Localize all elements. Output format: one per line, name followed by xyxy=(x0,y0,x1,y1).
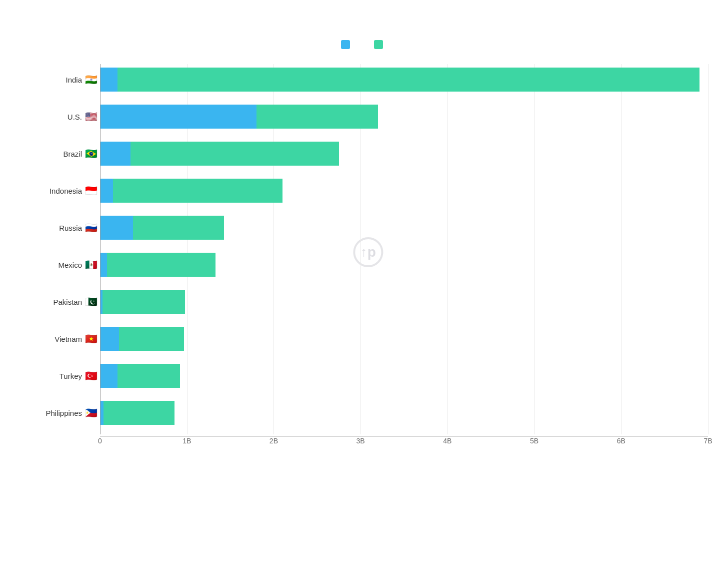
x-tick-label: 3B xyxy=(356,437,365,445)
bar-google-play-segment xyxy=(113,179,282,203)
bar-google-play-segment xyxy=(118,68,700,92)
bars-container xyxy=(100,142,708,166)
country-flag: 🇷🇺 xyxy=(85,223,98,233)
chart-container: ↑p India🇮🇳U.S.🇺🇸Brazil🇧🇷Indonesia🇮🇩Russi… xyxy=(20,30,708,461)
bar-app-store-segment xyxy=(100,105,256,129)
country-flag: 🇮🇩 xyxy=(85,186,98,196)
bar-row: Mexico🇲🇽 xyxy=(100,249,708,280)
chart-inner: India🇮🇳U.S.🇺🇸Brazil🇧🇷Indonesia🇮🇩Russia🇷🇺… xyxy=(100,64,708,434)
country-name: Russia xyxy=(59,224,82,232)
bars-container xyxy=(100,105,708,129)
x-tick-label: 0 xyxy=(98,437,102,445)
bar-row: Philippines🇵🇭 xyxy=(100,397,708,428)
bars-container xyxy=(100,68,708,92)
bars-container xyxy=(100,216,708,240)
bars-container xyxy=(100,327,708,351)
x-tick-label: 1B xyxy=(182,437,191,445)
country-name: Pakistan xyxy=(53,298,82,306)
row-label: Russia🇷🇺 xyxy=(20,223,98,233)
country-flag: 🇵🇭 xyxy=(85,408,98,418)
x-tick-label: 6B xyxy=(617,437,626,445)
country-flag: 🇵🇰 xyxy=(85,297,98,307)
row-label: Philippines🇵🇭 xyxy=(20,408,98,418)
bar-row: Brazil🇧🇷 xyxy=(100,138,708,169)
bar-row: U.S.🇺🇸 xyxy=(100,101,708,132)
app-store-swatch xyxy=(341,40,350,49)
country-flag: 🇻🇳 xyxy=(85,334,98,344)
bar-row: Vietnam🇻🇳 xyxy=(100,323,708,354)
bar-google-play-segment xyxy=(104,401,174,425)
bar-app-store-segment xyxy=(100,253,107,277)
country-name: Turkey xyxy=(60,372,82,380)
country-name: Philippines xyxy=(46,409,82,417)
bar-app-store-segment xyxy=(100,142,130,166)
bar-google-play-segment xyxy=(133,216,224,240)
row-label: Vietnam🇻🇳 xyxy=(20,334,98,344)
country-name: India xyxy=(66,76,82,84)
country-flag: 🇺🇸 xyxy=(85,112,98,122)
country-name: U.S. xyxy=(68,113,82,121)
country-name: Mexico xyxy=(58,261,82,269)
country-flag: 🇮🇳 xyxy=(85,75,98,85)
row-label: India🇮🇳 xyxy=(20,75,98,85)
bars-container xyxy=(100,364,708,388)
row-label: Pakistan🇵🇰 xyxy=(20,297,98,307)
bar-app-store-segment xyxy=(100,68,118,92)
row-label: Brazil🇧🇷 xyxy=(20,149,98,159)
bar-row: Turkey🇹🇷 xyxy=(100,360,708,391)
x-tick-label: 7B xyxy=(704,437,712,445)
bars-container xyxy=(100,401,708,425)
bar-google-play-segment xyxy=(118,364,180,388)
bar-google-play-segment xyxy=(256,105,378,129)
row-label: Indonesia🇮🇩 xyxy=(20,186,98,196)
row-label: U.S.🇺🇸 xyxy=(20,112,98,122)
bar-app-store-segment xyxy=(100,327,119,351)
x-tick-label: 5B xyxy=(530,437,538,445)
row-label: Mexico🇲🇽 xyxy=(20,260,98,270)
google-play-swatch xyxy=(374,40,383,49)
bar-google-play-segment xyxy=(119,327,184,351)
country-name: Brazil xyxy=(63,150,82,158)
x-tick-label: 2B xyxy=(270,437,278,445)
bar-google-play-segment xyxy=(102,290,185,314)
country-flag: 🇲🇽 xyxy=(85,260,98,270)
country-flag: 🇧🇷 xyxy=(85,149,98,159)
grid-line xyxy=(708,64,708,434)
bar-google-play-segment xyxy=(107,253,216,277)
legend-google-play xyxy=(374,40,387,49)
bar-app-store-segment xyxy=(100,179,113,203)
row-label: Turkey🇹🇷 xyxy=(20,371,98,381)
bars-container xyxy=(100,290,708,314)
bars-container xyxy=(100,253,708,277)
x-tick-label: 4B xyxy=(443,437,452,445)
y-axis-line xyxy=(100,64,100,434)
bar-row: Russia🇷🇺 xyxy=(100,212,708,243)
bar-row: Indonesia🇮🇩 xyxy=(100,175,708,206)
bars-container xyxy=(100,179,708,203)
bar-app-store-segment xyxy=(100,364,118,388)
chart-legend xyxy=(20,40,708,49)
bar-row: India🇮🇳 xyxy=(100,64,708,95)
bar-app-store-segment xyxy=(100,216,133,240)
country-name: Indonesia xyxy=(50,187,82,195)
bar-app-store-segment xyxy=(100,401,104,425)
country-flag: 🇹🇷 xyxy=(85,371,98,381)
legend-app-store xyxy=(341,40,354,49)
x-axis: 01B2B3B4B5B6B7B xyxy=(100,436,708,451)
chart-area: ↑p India🇮🇳U.S.🇺🇸Brazil🇧🇷Indonesia🇮🇩Russi… xyxy=(20,64,708,451)
bar-row: Pakistan🇵🇰 xyxy=(100,286,708,317)
bar-google-play-segment xyxy=(130,142,339,166)
country-name: Vietnam xyxy=(54,335,82,343)
